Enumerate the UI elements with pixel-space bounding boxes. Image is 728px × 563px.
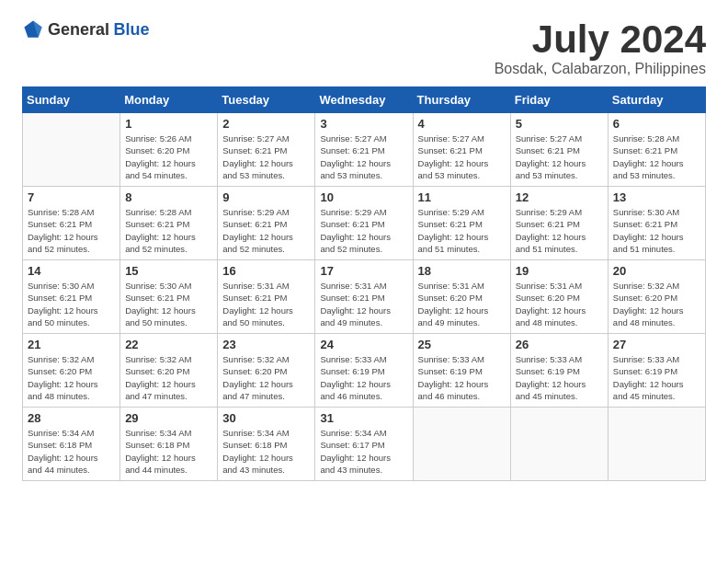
location-subtitle: Bosdak, Calabarzon, Philippines [495, 61, 706, 77]
day-number: 7 [28, 190, 115, 204]
day-number: 18 [418, 264, 506, 278]
title-area: July 2024 Bosdak, Calabarzon, Philippine… [495, 18, 706, 77]
calendar-cell: 18Sunrise: 5:31 AM Sunset: 6:20 PM Dayli… [413, 260, 510, 334]
day-info: Sunrise: 5:30 AM Sunset: 6:21 PM Dayligh… [125, 280, 212, 328]
calendar-cell: 28Sunrise: 5:34 AM Sunset: 6:18 PM Dayli… [23, 408, 120, 481]
calendar-cell: 2Sunrise: 5:27 AM Sunset: 6:21 PM Daylig… [218, 113, 315, 187]
calendar-cell: 12Sunrise: 5:29 AM Sunset: 6:21 PM Dayli… [510, 187, 608, 260]
day-info: Sunrise: 5:27 AM Sunset: 6:21 PM Dayligh… [222, 132, 310, 181]
day-number: 31 [320, 411, 407, 425]
calendar-cell: 11Sunrise: 5:29 AM Sunset: 6:21 PM Dayli… [413, 187, 510, 260]
day-number: 24 [320, 338, 407, 351]
day-info: Sunrise: 5:26 AM Sunset: 6:20 PM Dayligh… [125, 132, 212, 181]
day-info: Sunrise: 5:34 AM Sunset: 6:18 PM Dayligh… [28, 427, 115, 476]
day-number: 11 [418, 190, 506, 204]
day-number: 19 [516, 264, 603, 278]
calendar-cell: 13Sunrise: 5:30 AM Sunset: 6:21 PM Dayli… [608, 187, 705, 260]
weekday-header-friday: Friday [510, 87, 608, 113]
weekday-header-saturday: Saturday [608, 87, 705, 113]
day-info: Sunrise: 5:29 AM Sunset: 6:21 PM Dayligh… [222, 206, 310, 255]
day-info: Sunrise: 5:31 AM Sunset: 6:21 PM Dayligh… [222, 280, 310, 328]
calendar-cell: 29Sunrise: 5:34 AM Sunset: 6:18 PM Dayli… [120, 408, 218, 481]
calendar-week-row: 7Sunrise: 5:28 AM Sunset: 6:21 PM Daylig… [23, 187, 706, 260]
day-info: Sunrise: 5:32 AM Sunset: 6:20 PM Dayligh… [28, 353, 115, 402]
calendar-cell: 15Sunrise: 5:30 AM Sunset: 6:21 PM Dayli… [120, 260, 218, 334]
day-info: Sunrise: 5:27 AM Sunset: 6:21 PM Dayligh… [418, 132, 506, 181]
day-info: Sunrise: 5:34 AM Sunset: 6:18 PM Dayligh… [222, 427, 310, 476]
calendar-cell: 26Sunrise: 5:33 AM Sunset: 6:19 PM Dayli… [510, 334, 608, 408]
weekday-header-monday: Monday [120, 87, 218, 113]
calendar-cell: 17Sunrise: 5:31 AM Sunset: 6:21 PM Dayli… [315, 260, 413, 334]
calendar-cell: 7Sunrise: 5:28 AM Sunset: 6:21 PM Daylig… [23, 187, 120, 260]
weekday-header-thursday: Thursday [413, 87, 510, 113]
calendar-week-row: 21Sunrise: 5:32 AM Sunset: 6:20 PM Dayli… [23, 334, 706, 408]
day-number: 16 [222, 264, 310, 278]
weekday-header-sunday: Sunday [23, 87, 120, 113]
weekday-header-row: SundayMondayTuesdayWednesdayThursdayFrid… [23, 87, 706, 113]
calendar-cell: 14Sunrise: 5:30 AM Sunset: 6:21 PM Dayli… [23, 260, 120, 334]
day-info: Sunrise: 5:31 AM Sunset: 6:20 PM Dayligh… [516, 280, 603, 328]
day-number: 2 [222, 117, 310, 131]
day-number: 28 [28, 411, 115, 425]
day-number: 30 [222, 411, 310, 425]
logo: General Blue [22, 18, 150, 40]
day-number: 3 [320, 117, 407, 131]
calendar-week-row: 14Sunrise: 5:30 AM Sunset: 6:21 PM Dayli… [23, 260, 706, 334]
calendar-cell [23, 113, 120, 187]
day-info: Sunrise: 5:30 AM Sunset: 6:21 PM Dayligh… [613, 206, 700, 255]
day-number: 21 [28, 338, 115, 351]
day-number: 23 [222, 338, 310, 351]
day-info: Sunrise: 5:33 AM Sunset: 6:19 PM Dayligh… [613, 353, 700, 402]
calendar-cell: 5Sunrise: 5:27 AM Sunset: 6:21 PM Daylig… [510, 113, 608, 187]
calendar-cell: 31Sunrise: 5:34 AM Sunset: 6:17 PM Dayli… [315, 408, 413, 481]
header: General Blue July 2024 Bosdak, Calabarzo… [22, 18, 706, 77]
day-info: Sunrise: 5:32 AM Sunset: 6:20 PM Dayligh… [222, 353, 310, 402]
day-number: 1 [125, 117, 212, 131]
calendar-cell [510, 408, 608, 481]
calendar-week-row: 1Sunrise: 5:26 AM Sunset: 6:20 PM Daylig… [23, 113, 706, 187]
calendar-cell: 3Sunrise: 5:27 AM Sunset: 6:21 PM Daylig… [315, 113, 413, 187]
day-number: 17 [320, 264, 407, 278]
day-info: Sunrise: 5:34 AM Sunset: 6:18 PM Dayligh… [125, 427, 212, 476]
logo-icon [22, 18, 44, 40]
day-info: Sunrise: 5:27 AM Sunset: 6:21 PM Dayligh… [516, 132, 603, 181]
day-info: Sunrise: 5:29 AM Sunset: 6:21 PM Dayligh… [320, 206, 407, 255]
day-info: Sunrise: 5:29 AM Sunset: 6:21 PM Dayligh… [418, 206, 506, 255]
calendar-cell: 21Sunrise: 5:32 AM Sunset: 6:20 PM Dayli… [23, 334, 120, 408]
calendar-cell: 10Sunrise: 5:29 AM Sunset: 6:21 PM Dayli… [315, 187, 413, 260]
day-info: Sunrise: 5:33 AM Sunset: 6:19 PM Dayligh… [418, 353, 506, 402]
day-number: 9 [222, 190, 310, 204]
day-number: 8 [125, 190, 212, 204]
calendar-cell: 4Sunrise: 5:27 AM Sunset: 6:21 PM Daylig… [413, 113, 510, 187]
day-info: Sunrise: 5:27 AM Sunset: 6:21 PM Dayligh… [320, 132, 407, 181]
day-number: 22 [125, 338, 212, 351]
day-info: Sunrise: 5:31 AM Sunset: 6:20 PM Dayligh… [418, 280, 506, 328]
logo-general-text: General [48, 20, 109, 39]
day-number: 25 [418, 338, 506, 351]
day-info: Sunrise: 5:30 AM Sunset: 6:21 PM Dayligh… [28, 280, 115, 328]
calendar-cell [608, 408, 705, 481]
day-number: 13 [613, 190, 700, 204]
calendar-cell: 22Sunrise: 5:32 AM Sunset: 6:20 PM Dayli… [120, 334, 218, 408]
calendar-cell: 23Sunrise: 5:32 AM Sunset: 6:20 PM Dayli… [218, 334, 315, 408]
calendar-week-row: 28Sunrise: 5:34 AM Sunset: 6:18 PM Dayli… [23, 408, 706, 481]
day-number: 10 [320, 190, 407, 204]
calendar-cell: 27Sunrise: 5:33 AM Sunset: 6:19 PM Dayli… [608, 334, 705, 408]
day-info: Sunrise: 5:31 AM Sunset: 6:21 PM Dayligh… [320, 280, 407, 328]
calendar-cell [413, 408, 510, 481]
day-info: Sunrise: 5:32 AM Sunset: 6:20 PM Dayligh… [125, 353, 212, 402]
weekday-header-wednesday: Wednesday [315, 87, 413, 113]
calendar-cell: 19Sunrise: 5:31 AM Sunset: 6:20 PM Dayli… [510, 260, 608, 334]
day-info: Sunrise: 5:34 AM Sunset: 6:17 PM Dayligh… [320, 427, 407, 476]
day-info: Sunrise: 5:33 AM Sunset: 6:19 PM Dayligh… [320, 353, 407, 402]
day-number: 15 [125, 264, 212, 278]
calendar-cell: 30Sunrise: 5:34 AM Sunset: 6:18 PM Dayli… [218, 408, 315, 481]
day-number: 14 [28, 264, 115, 278]
day-number: 29 [125, 411, 212, 425]
day-number: 4 [418, 117, 506, 131]
day-number: 5 [516, 117, 603, 131]
day-info: Sunrise: 5:32 AM Sunset: 6:20 PM Dayligh… [613, 280, 700, 328]
day-number: 20 [613, 264, 700, 278]
day-number: 27 [613, 338, 700, 351]
calendar-cell: 1Sunrise: 5:26 AM Sunset: 6:20 PM Daylig… [120, 113, 218, 187]
